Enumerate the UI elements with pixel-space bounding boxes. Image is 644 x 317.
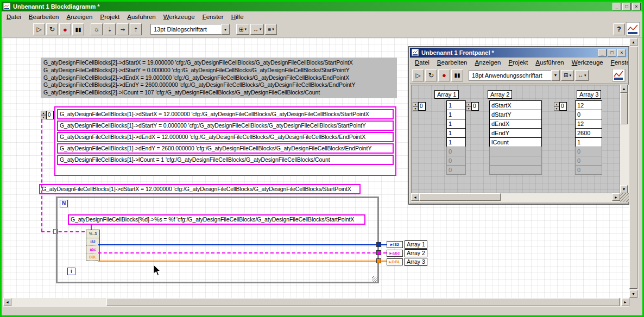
fp-menu-datei[interactable]: Datei [411,58,433,67]
bd-titlebar[interactable]: Unbenannt 1 Blockdiagramm * _ □ × [2,2,642,11]
fp-vertical-scrollbar[interactable]: ▲ ▼ [620,85,629,193]
loop-output-tunnel-string[interactable] [376,250,381,255]
array2-label[interactable]: Array 2 [488,90,512,99]
array-cell-dimmed[interactable] [489,147,542,156]
for-loop[interactable]: N G_atyDesignFileCellBlocks[%d]->%s = %f… [56,196,379,283]
bd-minimize-button[interactable]: _ [613,3,621,10]
loop-resize-grip[interactable] [372,276,377,282]
spin-up-icon[interactable]: ▲ [41,111,46,115]
fp-resize-grip[interactable] [620,193,629,202]
bd-vscroll-thumb[interactable] [629,47,637,289]
fp-abort-button[interactable]: ● [438,69,450,81]
array1-index-control[interactable]: ▲ ▼ 0 [413,102,426,111]
array-cell[interactable]: 2600 [575,128,602,138]
bd-maximize-button[interactable]: □ [622,3,631,10]
fp-vscroll-thumb[interactable] [620,93,628,124]
array-cell[interactable]: dStartY [489,110,542,119]
string-constant-group[interactable]: G_atyDesignFileCellBlocks[1]->dStartX = … [54,106,396,176]
array-cell-dimmed[interactable]: 0 [575,165,602,175]
loop-iteration-terminal[interactable]: i [67,268,75,275]
bd-menu-anzeigen[interactable]: Anzeigen [63,12,97,21]
chevron-down-icon[interactable]: ▾ [221,24,230,35]
bd-close-button[interactable]: × [632,3,641,10]
spin-down-icon[interactable]: ▼ [554,106,559,111]
indicator-terminal-array1[interactable]: ▸ I32 [387,241,403,248]
distribute-objects-dropdown[interactable]: ↔▾ [250,24,264,35]
array-cell-dimmed[interactable]: 0 [575,156,602,166]
run-continuous-button[interactable]: ↻ [46,23,58,35]
array-cell-dimmed[interactable]: 0 [446,147,466,156]
scroll-down-icon[interactable]: ▼ [620,185,628,193]
scan-from-string-node[interactable]: %.-3 I32 abc DBL [86,230,100,261]
bd-menu-fenster[interactable]: Fenster [199,12,228,21]
array-cell[interactable]: 0 [575,110,602,119]
format-string-constant[interactable]: G_atyDesignFileCellBlocks[%d]->%s = %f '… [68,214,365,225]
spin-down-icon[interactable]: ▼ [466,106,471,111]
loop-output-tunnel-dbl[interactable] [376,258,381,263]
spin-up-icon[interactable]: ▲ [466,102,471,106]
fp-hscroll-thumb[interactable] [419,193,501,201]
string-array-wire[interactable] [98,252,387,253]
fp-menu-projekt[interactable]: Projekt [504,58,532,67]
fp-distribute-objects-dropdown[interactable]: ↔▾ [575,70,589,81]
bd-horizontal-scrollbar[interactable]: ◄ ► [3,298,629,307]
array2-index-value[interactable]: 0 [471,102,479,111]
run-button[interactable]: ▷ [33,23,45,35]
index-constant[interactable]: ▲ ▼ 0 [41,111,54,119]
fp-align-objects-dropdown[interactable]: ⊞▾ [561,70,574,81]
bd-menu-werkzeuge[interactable]: Werkzeuge [160,12,199,21]
string-constant[interactable]: G_atyDesignFileCellBlocks[1]->lCount = 1… [57,155,394,165]
bd-vertical-scrollbar[interactable]: ▲ ▼ [629,38,639,298]
help-button[interactable]: ? [613,23,625,35]
spin-up-icon[interactable]: ▲ [413,102,418,106]
array-cell[interactable]: 1 [446,100,466,110]
step-over-button[interactable]: ⇝ [117,23,129,35]
fp-menu-ausfuehren[interactable]: Ausführen [532,58,567,67]
array-cell[interactable]: 1 [446,137,466,147]
string-wire[interactable] [91,225,92,230]
scroll-right-icon[interactable]: ► [621,298,629,306]
fp-menu-werkzeuge[interactable]: Werkzeuge [568,58,607,67]
array-cell[interactable]: 1 [446,119,466,129]
i32-array-wire[interactable] [98,244,387,245]
array-cell[interactable]: dEndX [489,119,542,129]
bd-menu-projekt[interactable]: Projekt [96,12,123,21]
pause-button[interactable]: ▮▮ [72,23,84,35]
array3-label[interactable]: Array 3 [577,90,601,99]
array-cell[interactable]: dEndY [489,128,542,138]
array-cell-dimmed[interactable] [489,165,542,175]
bd-menu-datei[interactable]: Datei [3,12,25,21]
labview-vi-tile-icon[interactable] [613,69,626,82]
string-constant[interactable]: G_atyDesignFileCellBlocks[1]->dStartX = … [57,109,394,119]
execution-highlight-button[interactable]: ☼ [91,23,103,35]
fp-panel[interactable]: Array 1 ▲ ▼ 0 1 1 1 1 1 0 0 0 Array 2 [411,85,620,193]
indicator-label-array3[interactable]: Array 3 [405,258,427,266]
string-wire[interactable] [41,119,42,232]
fp-menu-bearbeiten[interactable]: Bearbeiten [433,58,471,67]
bd-menu-ausfuehren[interactable]: Ausführen [123,12,159,21]
array1-index-value[interactable]: 0 [418,102,426,111]
scroll-down-icon[interactable]: ▼ [629,290,637,298]
reorder-dropdown[interactable]: ≡▾ [265,24,276,35]
labview-vi-tile-icon[interactable] [626,22,640,36]
step-out-button[interactable]: ⇡ [130,23,142,35]
fp-titlebar[interactable]: Unbenannt 1 Frontpanel * _ □ × [410,48,628,58]
array-cell[interactable]: 1 [446,110,466,119]
fp-menu-anzeigen[interactable]: Anzeigen [471,58,505,67]
scroll-right-icon[interactable]: ► [612,193,620,201]
abort-button[interactable]: ● [59,23,71,35]
indicator-terminal-array3[interactable]: ▸ DBL [387,258,403,265]
fp-horizontal-scrollbar[interactable]: ◄ ► [411,193,620,202]
spin-down-icon[interactable]: ▼ [41,115,46,119]
free-label-comment[interactable]: G_atyDesignFileCellBlocks[2]->dStartX = … [41,58,397,98]
array3-index-control[interactable]: ▲ ▼ 0 [554,102,567,111]
scroll-left-icon[interactable]: ◄ [3,298,11,306]
bd-hscroll-thumb[interactable] [106,298,620,306]
scroll-left-icon[interactable]: ◄ [411,193,419,201]
spin-up-icon[interactable]: ▲ [554,102,559,106]
scroll-up-icon[interactable]: ▲ [629,38,637,46]
array-cell[interactable]: lCount [489,137,542,147]
string-constant[interactable]: G_atyDesignFileCellBlocks[1]->dStartY = … [57,121,394,131]
loop-output-tunnel-i32[interactable] [376,242,381,247]
array-cell-dimmed[interactable] [489,156,542,166]
